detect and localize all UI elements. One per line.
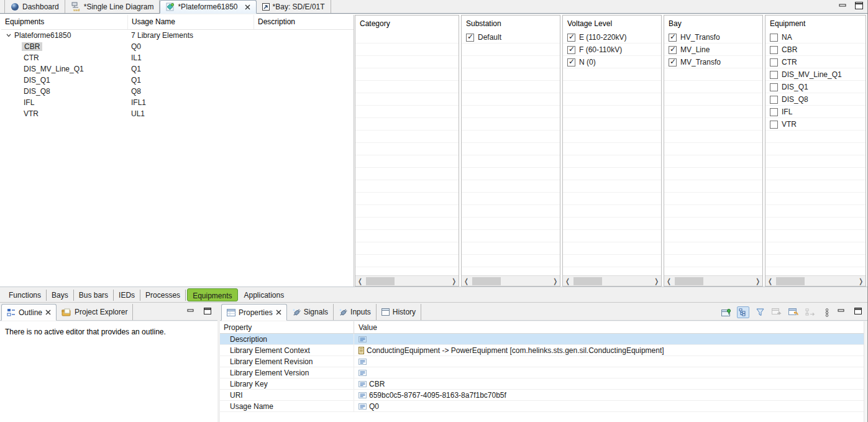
tab-single-line-diagram[interactable]: ssd *Single Line Diagram — [65, 0, 160, 13]
scroll-right-icon[interactable]: ❭ — [652, 277, 661, 286]
tab-processes[interactable]: Processes — [140, 290, 186, 301]
tree-row[interactable]: DIS_Q1 Q1 — [1, 75, 354, 86]
column-header-equipments[interactable]: Equipments — [1, 15, 128, 29]
scroll-right-icon[interactable]: ❭ — [550, 277, 560, 286]
property-row[interactable]: Library Element Revision — [220, 356, 864, 367]
property-row[interactable]: Library Key CBR — [220, 378, 864, 390]
filter-item[interactable]: VTR — [765, 118, 866, 131]
checkbox[interactable] — [770, 108, 778, 116]
checkbox[interactable] — [466, 34, 474, 42]
tree-row-root[interactable]: Plateforme61850 7 Library Elements — [1, 30, 354, 41]
scrollbar-thumb[interactable] — [573, 277, 602, 285]
column-header-usage-name[interactable]: Usage Name — [128, 15, 254, 29]
maximize-icon[interactable] — [204, 308, 211, 314]
property-row[interactable]: Description — [220, 334, 864, 345]
vertical-scrollbar[interactable] — [864, 321, 868, 422]
tab-inputs[interactable]: Inputs — [334, 304, 377, 320]
tab-project-explorer[interactable]: Project Explorer — [57, 304, 133, 320]
property-row[interactable]: Usage Name Q0 — [220, 401, 864, 412]
close-icon[interactable] — [245, 4, 250, 10]
tree-row[interactable]: DIS_MV_Line_Q1 Q1 — [1, 63, 354, 75]
tree-row[interactable]: IFL IFL1 — [1, 97, 354, 108]
scroll-left-icon[interactable]: ❬ — [664, 277, 674, 286]
horizontal-scrollbar[interactable]: ❬ ❭ — [563, 275, 661, 286]
chevron-down-icon[interactable] — [4, 34, 13, 37]
filter-item[interactable]: DIS_MV_Line_Q1 — [765, 68, 866, 81]
checkbox[interactable] — [770, 96, 778, 104]
scroll-left-icon[interactable]: ❬ — [355, 277, 365, 286]
tree-row[interactable]: VTR UL1 — [1, 108, 354, 119]
tab-bays[interactable]: Bays — [47, 290, 74, 301]
close-icon[interactable] — [276, 310, 281, 315]
pin-editor-icon[interactable] — [720, 306, 733, 318]
checkbox[interactable] — [567, 46, 575, 54]
tree-row[interactable]: CBR Q0 — [1, 41, 354, 52]
horizontal-scrollbar[interactable]: ❬ ❭ — [355, 275, 459, 286]
tab-bus-bars[interactable]: Bus bars — [74, 290, 114, 301]
horizontal-scrollbar[interactable]: ❬ ❭ — [462, 275, 560, 286]
tab-history[interactable]: History — [377, 304, 421, 320]
restore-table-icon[interactable] — [787, 306, 800, 318]
scroll-right-icon[interactable]: ❭ — [753, 277, 762, 286]
filter-item[interactable]: CTR — [765, 56, 866, 68]
filter-icon[interactable] — [754, 306, 766, 318]
scrollbar-thumb[interactable] — [776, 277, 805, 285]
scrollbar-thumb[interactable] — [366, 277, 395, 285]
checkbox[interactable] — [770, 71, 778, 79]
column-header-value[interactable]: Value — [354, 321, 864, 333]
scrollbar-thumb[interactable] — [675, 277, 703, 285]
view-menu-icon[interactable] — [821, 306, 833, 318]
minimize-icon[interactable] — [838, 308, 844, 314]
filter-item[interactable]: CBR — [765, 44, 866, 56]
scrollbar-thumb[interactable] — [472, 277, 501, 285]
show-tree-icon[interactable] — [737, 306, 749, 318]
tab-outline[interactable]: Outline — [1, 304, 57, 321]
checkbox[interactable] — [770, 121, 778, 129]
scroll-right-icon[interactable]: ❭ — [856, 277, 866, 286]
tab-properties[interactable]: Properties — [221, 304, 287, 321]
column-header-property[interactable]: Property — [220, 321, 354, 333]
minimize-icon[interactable] — [839, 2, 846, 9]
scroll-left-icon[interactable]: ❬ — [462, 277, 471, 286]
filter-item[interactable]: F (60-110kV) — [563, 44, 661, 56]
property-row[interactable]: Library Element Context ConductingEquipm… — [220, 345, 864, 356]
tab-applications[interactable]: Applications — [239, 290, 290, 301]
checkbox[interactable] — [669, 46, 677, 54]
tree-row[interactable]: CTR IL1 — [1, 52, 354, 63]
filter-item[interactable]: IFL — [765, 106, 866, 118]
tree-row[interactable]: DIS_Q8 Q8 — [1, 86, 354, 97]
filter-item[interactable]: MV_Transfo — [664, 56, 762, 68]
scroll-left-icon[interactable]: ❬ — [765, 277, 775, 286]
scroll-left-icon[interactable]: ❬ — [563, 277, 572, 286]
checkbox[interactable] — [770, 58, 778, 67]
tab-equipments[interactable]: Equipments — [187, 288, 237, 301]
tab-functions[interactable]: Functions — [4, 290, 47, 301]
close-icon[interactable] — [45, 310, 51, 315]
property-row[interactable]: URI 659bc0c5-8767-4095-8163-8a7f1bc70b5f — [220, 390, 864, 401]
checkbox[interactable] — [669, 58, 677, 67]
filter-item[interactable]: E (110-220kV) — [563, 31, 661, 44]
filter-item[interactable]: HV_Transfo — [664, 31, 762, 44]
expand-tree-icon[interactable] — [804, 306, 816, 318]
filter-item[interactable]: DIS_Q1 — [765, 81, 866, 93]
horizontal-scrollbar[interactable]: ❬ ❭ — [765, 275, 866, 286]
checkbox[interactable] — [770, 46, 778, 54]
property-row[interactable]: Library Element Version — [220, 367, 864, 378]
tab-dashboard[interactable]: Dashboard — [4, 0, 65, 13]
filter-item[interactable]: DIS_Q8 — [765, 93, 866, 106]
maximize-icon[interactable] — [855, 2, 863, 9]
tab-plateforme61850[interactable]: *Plateforme61850 — [160, 0, 256, 14]
tab-signals[interactable]: Signals — [287, 304, 334, 320]
checkbox[interactable] — [567, 58, 575, 67]
horizontal-scrollbar[interactable]: ❬ ❭ — [664, 275, 762, 286]
column-header-description[interactable]: Description — [254, 15, 354, 29]
filter-item[interactable]: MV_Line — [664, 44, 762, 56]
tab-ieds[interactable]: IEDs — [114, 290, 140, 301]
filter-item[interactable]: NA — [765, 31, 866, 44]
export-table-icon[interactable] — [770, 306, 783, 318]
maximize-icon[interactable] — [854, 308, 862, 314]
checkbox[interactable] — [669, 34, 677, 42]
scroll-right-icon[interactable]: ❭ — [449, 277, 459, 286]
checkbox[interactable] — [770, 34, 778, 42]
checkbox[interactable] — [770, 83, 778, 91]
